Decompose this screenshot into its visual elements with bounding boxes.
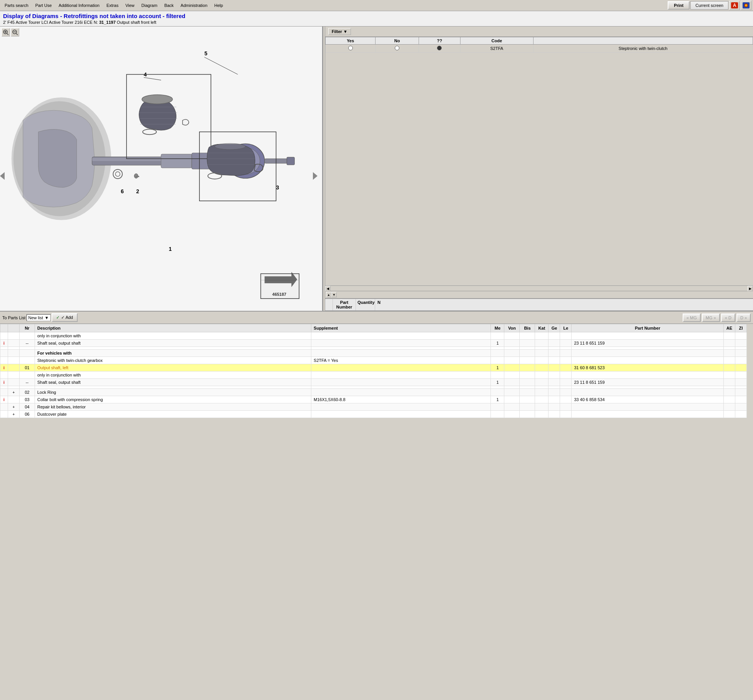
menu-help[interactable]: Help: [211, 2, 226, 9]
cell-ge: [549, 386, 560, 389]
table-row[interactable]: + 02 Lock Ring: [0, 389, 747, 396]
filter-code: S2TFA: [460, 45, 533, 53]
svg-line-6: [7, 33, 8, 35]
table-row[interactable]: [0, 347, 747, 350]
cell-partnumber: [572, 357, 724, 364]
cell-kat: [535, 411, 549, 418]
cell-kat: [535, 403, 549, 411]
zoom-out-button[interactable]: [11, 28, 19, 36]
table-row[interactable]: i 01 Output shaft, left 1 31 60 8 681 52…: [0, 364, 747, 372]
cell-von: [504, 372, 520, 379]
svg-rect-33: [135, 176, 139, 177]
cell-plus: +: [8, 411, 20, 418]
cell-zi: [735, 364, 747, 372]
cell-nr: [20, 332, 35, 340]
cell-supplement: [311, 403, 491, 411]
cell-desc: Repair kit bellows, interior: [35, 403, 311, 411]
cell-desc: Steptronic with twin-clutch gearbox: [35, 357, 311, 364]
info-icon[interactable]: i: [3, 366, 5, 370]
table-row[interactable]: [0, 386, 747, 389]
current-screen-button[interactable]: Current screen: [690, 1, 728, 10]
filter-yes-radio[interactable]: [348, 46, 353, 50]
cell-me: 1: [491, 379, 504, 386]
th-partnumber: Part Number: [572, 324, 724, 332]
menu-parts-search[interactable]: Parts search: [2, 2, 32, 9]
diagram-canvas[interactable]: 5 4 3 6 2 1: [0, 38, 322, 310]
filter-no-radio[interactable]: [395, 46, 399, 50]
cell-zi: [735, 332, 747, 340]
menu-extras[interactable]: Extras: [103, 2, 121, 9]
app-icon-1[interactable]: A: [729, 1, 740, 10]
cell-von: [504, 350, 520, 357]
cell-plus: +: [8, 403, 20, 411]
menu-diagram[interactable]: Diagram: [138, 2, 161, 9]
app-icon-2[interactable]: [741, 1, 751, 10]
menu-view[interactable]: View: [122, 2, 138, 9]
table-row[interactable]: only in conjunction with: [0, 332, 747, 340]
table-row[interactable]: i -- Shaft seal, output shaft 1 23 11 8 …: [0, 379, 747, 386]
cell-partnumber: [572, 350, 724, 357]
th-ae: AE: [724, 324, 735, 332]
table-row[interactable]: only in conjunction with: [0, 372, 747, 379]
cell-plus: [8, 386, 20, 389]
plus-icon[interactable]: +: [13, 412, 15, 416]
filter-col-desc: [533, 37, 753, 45]
new-list-select[interactable]: New list ▼: [27, 314, 51, 321]
cell-me: [491, 386, 504, 389]
menu-part-use[interactable]: Part Use: [32, 2, 55, 9]
svg-rect-23: [161, 154, 192, 168]
plus-icon[interactable]: +: [13, 405, 15, 409]
parts-table-wrapper[interactable]: Nr Description Supplement Me Von Bis Kat…: [0, 324, 747, 418]
cell-ae: [724, 403, 735, 411]
svg-point-4: [745, 4, 747, 7]
zoom-in-button[interactable]: [2, 28, 10, 36]
nav-next-mg-button[interactable]: MG »: [702, 314, 720, 322]
add-button[interactable]: ✓ ✓ Add: [52, 313, 78, 322]
cell-info: [0, 357, 8, 364]
cell-plus: [8, 350, 20, 357]
table-scrollbar[interactable]: [747, 324, 753, 418]
cell-partnumber: 33 40 6 858 534: [572, 396, 724, 403]
toolbar-icons: A: [729, 1, 751, 10]
th-plus: [8, 324, 20, 332]
print-button[interactable]: Print: [668, 1, 690, 10]
cell-von: [504, 411, 520, 418]
cell-ge: [549, 340, 560, 347]
info-icon[interactable]: i: [3, 341, 5, 345]
cell-supplement: [311, 340, 491, 347]
filter-question-radio[interactable]: [437, 46, 442, 50]
subtitle-code: 31_1197: [99, 20, 116, 25]
table-row[interactable]: i -- Shaft seal, output shaft 1 23 11 8 …: [0, 340, 747, 347]
bottom-toolbar: To Parts List New list ▼ ✓ ✓ Add « MG MG…: [0, 311, 753, 324]
info-icon[interactable]: i: [3, 398, 5, 402]
filter-col-yes: Yes: [326, 37, 376, 45]
table-row[interactable]: Steptronic with twin-clutch gearbox S2TF…: [0, 357, 747, 364]
menu-back[interactable]: Back: [161, 2, 176, 9]
cell-zi: [735, 403, 747, 411]
plus-icon[interactable]: +: [13, 390, 15, 395]
zoom-controls: [0, 27, 322, 38]
cell-kat: [535, 350, 549, 357]
cell-bis: [520, 350, 535, 357]
cell-me: [491, 332, 504, 340]
nav-next-d-button[interactable]: D »: [736, 314, 751, 322]
cell-plus: [8, 347, 20, 350]
cell-kat: [535, 396, 549, 403]
table-row[interactable]: i 03 Collar bolt with compression spring…: [0, 396, 747, 403]
filter-button[interactable]: Filter ▼: [328, 28, 351, 35]
table-row[interactable]: + 06 Dustcover plate: [0, 411, 747, 418]
info-icon[interactable]: i: [3, 380, 5, 385]
menu-administration[interactable]: Administration: [178, 2, 211, 9]
table-row[interactable]: For vehicles with: [0, 350, 747, 357]
table-row[interactable]: + 04 Repair kit bellows, interior: [0, 403, 747, 411]
cell-von: [504, 379, 520, 386]
nav-prev-mg-button[interactable]: « MG: [683, 314, 701, 322]
col-header-partnumber: Part Number: [333, 299, 356, 310]
nav-prev-d-button[interactable]: « D: [721, 314, 735, 322]
menu-additional-info[interactable]: Additional Information: [56, 2, 103, 9]
cell-le: [560, 396, 572, 403]
cell-ge: [549, 332, 560, 340]
col-header-n: N: [375, 299, 383, 310]
cell-le: [560, 340, 572, 347]
to-parts-list-label: To Parts List: [2, 315, 26, 320]
